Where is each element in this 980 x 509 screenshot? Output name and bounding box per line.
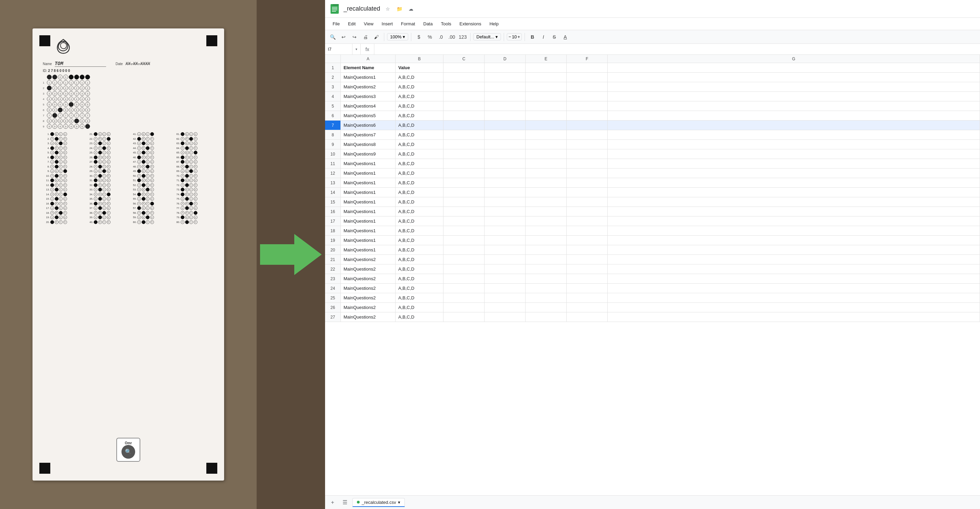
cell-e5[interactable] bbox=[526, 101, 566, 111]
cell-b6[interactable]: A,B,C,D bbox=[396, 111, 444, 120]
col-header-e[interactable]: E bbox=[526, 55, 566, 63]
font-size-decrease[interactable]: − bbox=[509, 34, 511, 39]
bold-btn[interactable]: B bbox=[528, 32, 537, 42]
table-row[interactable]: 8 MainQuestions7 A,B,C,D bbox=[325, 130, 980, 140]
underline-btn[interactable]: A bbox=[560, 32, 570, 42]
table-row[interactable]: 2 MainQuestions1 A,B,C,D bbox=[325, 73, 980, 82]
cell-b23[interactable]: A,B,C,D bbox=[396, 274, 444, 283]
cell-e14[interactable] bbox=[526, 188, 566, 197]
decimal-dec-btn[interactable]: .0 bbox=[436, 32, 445, 42]
cell-c5[interactable] bbox=[444, 101, 485, 111]
cell-f3[interactable] bbox=[566, 82, 608, 91]
cell-e25[interactable] bbox=[526, 293, 566, 302]
table-row[interactable]: 11 MainQuestions1 A,B,C,D bbox=[325, 159, 980, 169]
font-size-control[interactable]: − 10 + bbox=[507, 33, 522, 40]
cell-d12[interactable] bbox=[485, 169, 526, 178]
cell-f6[interactable] bbox=[566, 111, 608, 120]
sheets-menu-btn[interactable]: ☰ bbox=[340, 498, 350, 507]
cell-a5[interactable]: MainQuestions4 bbox=[341, 101, 396, 111]
table-row[interactable]: 14 MainQuestions1 A,B,C,D bbox=[325, 188, 980, 197]
cell-f16[interactable] bbox=[566, 207, 608, 216]
cell-f15[interactable] bbox=[566, 197, 608, 207]
cell-b22[interactable]: A,B,C,D bbox=[396, 265, 444, 274]
active-sheet-tab[interactable]: _recalculated.csv ▾ bbox=[352, 498, 405, 507]
cell-reference[interactable]: I7 bbox=[325, 44, 352, 54]
cell-g26[interactable] bbox=[608, 303, 980, 312]
cell-g9[interactable] bbox=[608, 140, 980, 149]
cell-e13[interactable] bbox=[526, 178, 566, 187]
table-row[interactable]: 4 MainQuestions3 A,B,C,D bbox=[325, 92, 980, 101]
cell-b5[interactable]: A,B,C,D bbox=[396, 101, 444, 111]
cell-f20[interactable] bbox=[566, 245, 608, 254]
col-header-f[interactable]: F bbox=[566, 55, 608, 63]
cell-a7[interactable]: MainQuestions6 bbox=[341, 121, 396, 130]
cell-a12[interactable]: MainQuestions1 bbox=[341, 169, 396, 178]
cell-d5[interactable] bbox=[485, 101, 526, 111]
cloud-icon[interactable]: ☁ bbox=[407, 5, 415, 13]
cell-c18[interactable] bbox=[444, 226, 485, 235]
cell-b16[interactable]: A,B,C,D bbox=[396, 207, 444, 216]
table-row[interactable]: 6 MainQuestions5 A,B,C,D bbox=[325, 111, 980, 121]
menu-tools[interactable]: Tools bbox=[437, 20, 454, 28]
cell-d7[interactable] bbox=[485, 121, 526, 130]
cell-a8[interactable]: MainQuestions7 bbox=[341, 130, 396, 139]
cell-c6[interactable] bbox=[444, 111, 485, 120]
paint-format-btn[interactable]: 🖌 bbox=[372, 32, 381, 42]
cell-e15[interactable] bbox=[526, 197, 566, 207]
cell-c13[interactable] bbox=[444, 178, 485, 187]
cell-g12[interactable] bbox=[608, 169, 980, 178]
cell-f17[interactable] bbox=[566, 217, 608, 226]
cell-c20[interactable] bbox=[444, 245, 485, 254]
cell-g18[interactable] bbox=[608, 226, 980, 235]
cell-e17[interactable] bbox=[526, 217, 566, 226]
cell-c24[interactable] bbox=[444, 284, 485, 293]
cell-f10[interactable] bbox=[566, 149, 608, 159]
cell-b9[interactable]: A,B,C,D bbox=[396, 140, 444, 149]
cell-g20[interactable] bbox=[608, 245, 980, 254]
cell-d25[interactable] bbox=[485, 293, 526, 302]
cell-c10[interactable] bbox=[444, 149, 485, 159]
currency-btn[interactable]: $ bbox=[414, 32, 424, 42]
cell-c23[interactable] bbox=[444, 274, 485, 283]
cell-d16[interactable] bbox=[485, 207, 526, 216]
cell-c8[interactable] bbox=[444, 130, 485, 139]
cell-ref-dropdown[interactable]: ▾ bbox=[352, 44, 361, 54]
cell-a21[interactable]: MainQuestions2 bbox=[341, 255, 396, 264]
cell-b1[interactable]: Value bbox=[396, 63, 444, 72]
cell-g2[interactable] bbox=[608, 73, 980, 82]
cell-e16[interactable] bbox=[526, 207, 566, 216]
cell-d2[interactable] bbox=[485, 73, 526, 82]
cell-g7[interactable] bbox=[608, 121, 980, 130]
cell-e1[interactable] bbox=[526, 63, 566, 72]
cell-b7[interactable]: A,B,C,D bbox=[396, 121, 444, 130]
cell-g13[interactable] bbox=[608, 178, 980, 187]
cell-e9[interactable] bbox=[526, 140, 566, 149]
cell-b26[interactable]: A,B,C,D bbox=[396, 303, 444, 312]
cell-b25[interactable]: A,B,C,D bbox=[396, 293, 444, 302]
cell-c11[interactable] bbox=[444, 159, 485, 168]
cell-b17[interactable]: A,B,C,D bbox=[396, 217, 444, 226]
cell-d14[interactable] bbox=[485, 188, 526, 197]
cell-b8[interactable]: A,B,C,D bbox=[396, 130, 444, 139]
cell-c12[interactable] bbox=[444, 169, 485, 178]
table-row[interactable]: 19 MainQuestions1 A,B,C,D bbox=[325, 236, 980, 245]
cell-a3[interactable]: MainQuestions2 bbox=[341, 82, 396, 91]
percent-btn[interactable]: % bbox=[425, 32, 434, 42]
cell-d6[interactable] bbox=[485, 111, 526, 120]
cell-a19[interactable]: MainQuestions1 bbox=[341, 236, 396, 245]
table-row[interactable]: 27 MainQuestions2 A,B,C,D bbox=[325, 313, 980, 322]
cell-e7[interactable] bbox=[526, 121, 566, 130]
cell-f4[interactable] bbox=[566, 92, 608, 101]
cell-b21[interactable]: A,B,C,D bbox=[396, 255, 444, 264]
cell-d11[interactable] bbox=[485, 159, 526, 168]
table-row[interactable]: 5 MainQuestions4 A,B,C,D bbox=[325, 101, 980, 111]
cell-f13[interactable] bbox=[566, 178, 608, 187]
cell-d1[interactable] bbox=[485, 63, 526, 72]
cell-f18[interactable] bbox=[566, 226, 608, 235]
cell-c25[interactable] bbox=[444, 293, 485, 302]
cell-a2[interactable]: MainQuestions1 bbox=[341, 73, 396, 82]
cell-d27[interactable] bbox=[485, 313, 526, 322]
cell-e6[interactable] bbox=[526, 111, 566, 120]
cell-d26[interactable] bbox=[485, 303, 526, 312]
cell-a15[interactable]: MainQuestions1 bbox=[341, 197, 396, 207]
